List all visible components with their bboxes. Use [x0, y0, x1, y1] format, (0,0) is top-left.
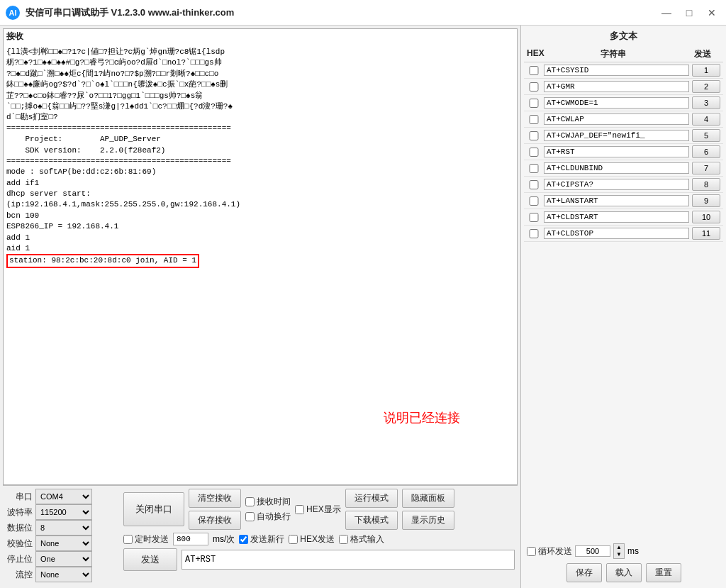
window-controls: — □ ✕ [658, 4, 720, 21]
row-checkbox-10[interactable] [527, 213, 541, 222]
row-send-btn-11[interactable]: 11 [692, 227, 720, 240]
row-input-10[interactable] [544, 211, 689, 223]
close-port-button[interactable]: 关闭串口 [123, 492, 184, 526]
row-send-btn-8[interactable]: 8 [692, 178, 720, 191]
hex-header: HEX [527, 48, 541, 60]
row-checkbox-7[interactable] [527, 164, 541, 173]
hide-panel-button[interactable]: 隐藏面板 [402, 489, 454, 508]
auto-newline-label: 自动换行 [257, 511, 291, 523]
reset-button[interactable]: 重置 [646, 563, 681, 582]
auto-newline-check[interactable] [245, 512, 255, 521]
row-input-5[interactable] [544, 130, 689, 141]
receive-content[interactable]: {ll潢<刲郸□□♠□?1?c|値□?担让?c炳g`焯gn珊?c8锯1{lsdp… [4, 44, 517, 484]
row-send-btn-10[interactable]: 10 [692, 211, 720, 223]
row-send-btn-4[interactable]: 4 [692, 113, 720, 126]
receive-time-check[interactable] [245, 497, 255, 506]
row-input-3[interactable] [544, 97, 689, 109]
row-checkbox-8[interactable] [527, 180, 541, 189]
send-newline-check[interactable] [239, 535, 248, 544]
row-checkbox-11[interactable] [527, 229, 541, 238]
timed-send-check[interactable] [123, 535, 133, 544]
parity-row: 校验位 None [6, 536, 119, 551]
title-bar: AI 安信可串口调试助手 V1.2.3.0 www.ai-thinker.com… [0, 0, 726, 26]
send-newline-checkbox[interactable]: 发送新行 [239, 533, 284, 545]
send-button[interactable]: 发送 [123, 548, 177, 571]
save-button[interactable]: 保存 [566, 563, 602, 582]
timed-send-checkbox[interactable]: 定时发送 [123, 533, 169, 545]
parity-select[interactable]: None [35, 536, 92, 551]
hex-display-check[interactable] [295, 505, 304, 514]
hex-display-label: HEX显示 [306, 504, 341, 516]
row-input-8[interactable] [544, 179, 689, 190]
row-input-6[interactable] [544, 146, 689, 157]
row-input-11[interactable] [544, 228, 689, 239]
download-mode-button[interactable]: 下载模式 [345, 511, 398, 530]
row-checkbox-9[interactable] [527, 196, 541, 206]
format-input-check[interactable] [339, 535, 348, 544]
multi-text-row: 5 [524, 128, 723, 144]
maximize-button[interactable]: □ [681, 4, 698, 21]
send-input[interactable] [182, 550, 515, 570]
app-title: 安信可串口调试助手 V1.2.3.0 www.ai-thinker.com [26, 6, 658, 19]
row-input-4[interactable] [544, 113, 689, 125]
row-send-btn-9[interactable]: 9 [692, 194, 720, 207]
clear-receive-button[interactable]: 清空接收 [189, 489, 241, 508]
parity-label: 校验位 [6, 538, 33, 550]
row-checkbox-1[interactable] [527, 66, 541, 75]
row-send-btn-7[interactable]: 7 [692, 162, 720, 174]
spinner-up[interactable]: ▲ [614, 544, 624, 551]
multi-text-list: 1 2 3 4 5 6 7 8 9 10 11 [524, 62, 723, 540]
save-receive-button[interactable]: 保存接收 [189, 511, 241, 530]
row-send-btn-5[interactable]: 5 [692, 129, 720, 142]
loop-send-label: 循环发送 [538, 545, 572, 558]
baud-select[interactable]: 115200 [35, 504, 92, 520]
right-bottom: 循环发送 ▲ ▼ ms 保存 载入 重置 [524, 540, 723, 585]
row-input-7[interactable] [544, 162, 689, 174]
run-mode-button[interactable]: 运行模式 [345, 489, 398, 508]
row-checkbox-4[interactable] [527, 115, 541, 124]
row-checkbox-6[interactable] [527, 148, 541, 157]
row-send-btn-1[interactable]: 1 [692, 64, 720, 77]
port-select[interactable]: COM4 [35, 489, 92, 504]
stopbits-select[interactable]: One [35, 551, 92, 567]
hex-display-checkbox[interactable]: HEX显示 [295, 504, 341, 516]
row-input-2[interactable] [544, 81, 689, 92]
hex-send-checkbox[interactable]: HEX发送 [289, 533, 335, 545]
row-send-btn-2[interactable]: 2 [692, 80, 720, 93]
multi-text-row: 3 [524, 95, 723, 111]
row-send-btn-6[interactable]: 6 [692, 145, 720, 158]
close-button[interactable]: ✕ [703, 4, 720, 21]
databits-row: 数据位 8 [6, 520, 119, 536]
auto-newline-checkbox[interactable]: 自动换行 [245, 511, 291, 523]
multi-text-row: 4 [524, 111, 723, 128]
row-checkbox-3[interactable] [527, 99, 541, 108]
flowcontrol-select[interactable]: None [35, 567, 92, 582]
show-history-button[interactable]: 显示历史 [402, 511, 454, 530]
right-panel: 多文本 HEX 字符串 发送 1 2 3 4 5 6 7 8 [520, 26, 726, 588]
left-area: 接收 {ll潢<刲郸□□♠□?1?c|値□?担让?c炳g`焯gn珊?c8锯1{l… [0, 26, 520, 588]
spinner-down[interactable]: ▼ [614, 551, 624, 558]
load-button[interactable]: 载入 [606, 563, 642, 582]
row-checkbox-2[interactable] [527, 82, 541, 91]
center-controls: 关闭串口 清空接收 保存接收 接收时间 自动换行 [123, 489, 515, 571]
row-input-9[interactable] [544, 195, 689, 206]
loop-send-check[interactable] [527, 547, 536, 556]
app-icon: AI [6, 6, 20, 20]
databits-select[interactable]: 8 [35, 520, 92, 536]
loop-send-input[interactable] [575, 545, 610, 557]
row-input-1[interactable] [544, 65, 689, 76]
send-header: 发送 [685, 48, 720, 60]
loop-send-unit: ms [627, 546, 639, 556]
hex-send-check[interactable] [289, 535, 298, 544]
loop-send-checkbox[interactable]: 循环发送 [527, 545, 572, 558]
receive-time-checkbox[interactable]: 接收时间 [245, 496, 291, 508]
right-panel-title: 多文本 [524, 28, 723, 44]
minimize-button[interactable]: — [658, 4, 675, 21]
row-send-btn-3[interactable]: 3 [692, 96, 720, 109]
multi-text-row: 9 [524, 193, 723, 209]
row-checkbox-5[interactable] [527, 131, 541, 140]
format-input-checkbox[interactable]: 格式输入 [339, 533, 384, 545]
timed-send-input[interactable] [173, 533, 208, 545]
string-header: 字符串 [541, 48, 685, 60]
stopbits-label: 停止位 [6, 553, 33, 565]
